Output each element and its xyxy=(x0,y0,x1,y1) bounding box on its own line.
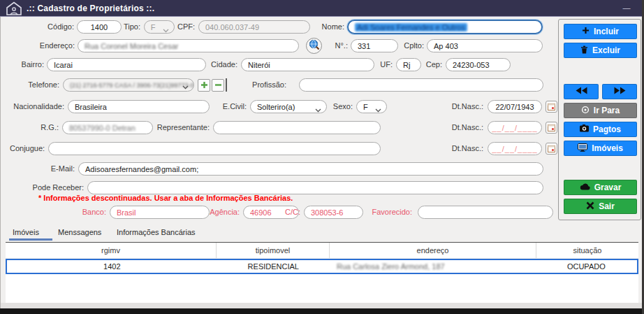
calendar-icon xyxy=(548,122,555,134)
cell-situacao: OCUPADO xyxy=(536,260,637,273)
dtnasc2-mask: __/__/____ xyxy=(492,124,537,132)
window-title: .:: Cadastro de Proprietários ::. xyxy=(27,0,154,17)
uf-value: Rj xyxy=(403,61,410,69)
excluir-button[interactable]: Excluir xyxy=(564,43,637,58)
green-plus-icon xyxy=(200,79,208,92)
app-window: .:: Cadastro de Proprietários ::. — Códi… xyxy=(0,0,644,314)
endereco-value: Rua Coronel Moreira Cesar xyxy=(85,42,179,50)
phone-remove-button[interactable] xyxy=(212,79,224,92)
profissao-field[interactable] xyxy=(299,78,543,92)
favorecido-field[interactable] xyxy=(418,206,553,219)
agencia-label: Agência: xyxy=(208,206,240,219)
ecivil-select[interactable]: Solteriro(a) xyxy=(250,100,327,113)
action-panel: Incluir Excluir Ir Para xyxy=(558,19,641,220)
dtnasc3-label: Dt.Nasc.: xyxy=(447,142,483,155)
dtnasc1-field[interactable]: 22/07/1943 xyxy=(488,100,542,113)
cep-field[interactable]: 24230-053 xyxy=(446,58,511,71)
minimize-button[interactable]: — xyxy=(617,2,636,14)
banco-field[interactable]: Brasil xyxy=(110,206,210,219)
pagtos-button[interactable]: Pagtos xyxy=(564,122,637,137)
table-header: rgimv tipoimovel endereço situação xyxy=(6,243,638,259)
tab-informacoes-bancarias[interactable]: Informações Bancárias xyxy=(117,226,196,238)
dtnasc2-field[interactable]: __/__/____ xyxy=(488,121,542,134)
excluir-label: Excluir xyxy=(592,45,620,55)
plus-icon xyxy=(582,27,590,36)
rg-label: R.G.: xyxy=(24,121,59,134)
cidade-field[interactable]: Niterói xyxy=(241,58,374,71)
calendar-icon xyxy=(548,143,555,155)
dtnasc2-calendar-button[interactable] xyxy=(546,122,557,134)
chevron-down-icon xyxy=(182,84,189,91)
nacionalidade-field[interactable]: Brasileira xyxy=(68,100,210,113)
phone-add-button[interactable] xyxy=(198,79,210,92)
endereco-field[interactable]: Rua Coronel Moreira Cesar xyxy=(78,39,299,52)
column-header-endereco[interactable]: endereço xyxy=(330,243,536,258)
column-header-tipoimovel[interactable]: tipoimovel xyxy=(217,243,330,258)
uf-label: UF: xyxy=(370,58,393,71)
dtnasc3-field[interactable]: __/__/____ xyxy=(488,142,542,155)
bairro-field[interactable]: Icarai xyxy=(47,58,206,71)
cc-value: 308053-6 xyxy=(311,208,344,217)
conjugue-field[interactable] xyxy=(48,142,381,155)
cplto-field[interactable]: Ap 403 xyxy=(427,39,543,52)
sexo-select[interactable]: F xyxy=(356,100,387,113)
nome-field[interactable]: Adi Soares Fernandes e Outros xyxy=(347,20,543,34)
ecivil-value: Solteriro(a) xyxy=(257,103,295,111)
fast-forward-icon xyxy=(614,87,626,97)
telefone-select[interactable]: (21) 2716-5779 CASA / 3906-73(21)99773-0… xyxy=(63,78,194,92)
ir-para-button[interactable]: Ir Para xyxy=(564,103,637,118)
table-row-selected[interactable]: 1402 RESIDENCIAL Rua Carlosa Ziero Armon… xyxy=(6,259,638,274)
email-label: E-Mail: xyxy=(47,162,75,176)
chevron-down-icon xyxy=(315,106,321,113)
home-icon xyxy=(5,1,23,18)
rewind-icon xyxy=(576,87,587,97)
tab-imoveis[interactable]: Imóveis xyxy=(13,226,39,238)
cc-label: C/C: xyxy=(281,206,300,219)
cpf-field[interactable]: 040.060.037-49 xyxy=(198,20,310,34)
dtnasc3-calendar-button[interactable] xyxy=(546,143,557,155)
endereco-label: Endereço: xyxy=(19,39,75,52)
tab-menssagens[interactable]: Menssagens xyxy=(58,226,101,238)
target-icon xyxy=(581,106,590,116)
cep-value: 24230-053 xyxy=(453,61,490,69)
column-header-rgimv[interactable]: rgimv xyxy=(6,243,217,258)
chevron-down-icon xyxy=(375,106,381,113)
imoveis-button[interactable]: Imóveis xyxy=(564,141,637,156)
previous-button[interactable] xyxy=(564,84,599,99)
pode-receber-label: Pode Receber: xyxy=(31,181,84,194)
column-header-situacao[interactable]: situação xyxy=(536,243,638,258)
ir-para-label: Ir Para xyxy=(594,106,620,115)
telefone-label: Telefone: xyxy=(17,78,59,92)
cell-endereco-value: Rua Carlosa Ziero Armond, 187 xyxy=(337,262,445,271)
incluir-button[interactable]: Incluir xyxy=(564,24,637,39)
cc-field[interactable]: 308053-6 xyxy=(304,206,363,219)
cidade-label: Cidade: xyxy=(205,58,237,71)
cidade-value: Niterói xyxy=(248,61,270,69)
dtnasc1-calendar-button[interactable] xyxy=(546,101,557,113)
divider xyxy=(226,78,227,92)
gravar-button[interactable]: Gravar xyxy=(564,180,637,195)
sexo-value: F xyxy=(363,103,368,111)
sair-button[interactable]: Sair xyxy=(564,199,637,214)
dtnasc3-mask: __/__/____ xyxy=(492,145,537,153)
email-field[interactable]: Adisoaresfernandes@gmail.com; xyxy=(78,162,543,176)
pode-receber-field[interactable] xyxy=(87,181,543,194)
nome-label: Nome: xyxy=(312,20,344,34)
representante-field[interactable] xyxy=(213,121,381,134)
numero-field[interactable]: 331 xyxy=(351,39,398,52)
address-lookup-button[interactable] xyxy=(306,38,322,54)
gravar-label: Gravar xyxy=(594,183,622,192)
next-button[interactable] xyxy=(602,84,637,99)
bank-warning-text: * Informações descontinuadas. Usar a aba… xyxy=(38,194,374,202)
rg-field[interactable]: 80537990-0 Detran xyxy=(62,121,153,134)
bottom-strip xyxy=(0,303,644,308)
nacionalidade-value: Brasileira xyxy=(75,103,107,111)
tipo-label: Tipo: xyxy=(111,20,140,34)
bairro-label: Bairro: xyxy=(9,58,44,71)
globe-magnifier-icon xyxy=(309,39,320,53)
representante-label: Representante: xyxy=(155,121,210,134)
tipo-value: F xyxy=(151,23,156,31)
cplto-value: Ap 403 xyxy=(434,42,458,50)
banco-value: Brasil xyxy=(117,208,136,217)
calendar-icon xyxy=(548,101,555,113)
